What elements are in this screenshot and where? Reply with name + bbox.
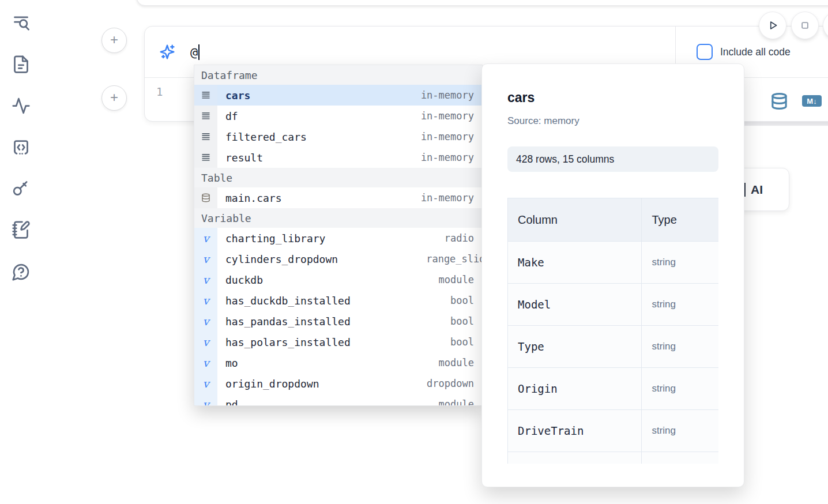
include-all-code-checkbox[interactable] xyxy=(697,44,713,60)
column-name: Origin xyxy=(508,368,642,410)
column-name: Model xyxy=(508,284,642,326)
item-type: bool xyxy=(450,295,482,306)
ai-prompt-input[interactable]: @ xyxy=(190,44,675,60)
preview-source: Source: memory xyxy=(507,115,718,127)
sidebar xyxy=(0,0,42,504)
schema-row: Typestring xyxy=(508,326,719,368)
item-type: in-memory xyxy=(421,152,482,163)
autocomplete-section-header: Variable xyxy=(194,208,482,228)
item-type: module xyxy=(439,398,482,406)
column-type: string xyxy=(642,368,718,410)
schema-row: Makestring xyxy=(508,242,719,284)
dataframe-icon xyxy=(194,106,217,126)
marimo-notebook: @ Include all code 1 M↓ AI + + Dataframe… xyxy=(0,0,828,504)
prompt-text: @ xyxy=(190,45,198,59)
preview-title: cars xyxy=(507,90,718,106)
add-cell-above-button[interactable]: + xyxy=(101,28,127,53)
column-type: string xyxy=(642,326,718,368)
item-name: pd xyxy=(225,398,238,407)
scratchpad-icon[interactable] xyxy=(10,219,32,240)
autocomplete-item-df[interactable]: dfin-memory xyxy=(194,106,482,126)
table-icon xyxy=(194,187,217,208)
stop-icon xyxy=(797,18,812,33)
column-type: string xyxy=(642,284,718,326)
item-type: in-memory xyxy=(421,110,482,122)
run-cell-button[interactable] xyxy=(759,12,786,39)
item-type: module xyxy=(439,357,482,368)
autocomplete-item-cylinders_dropdown[interactable]: vcylinders_dropdownrange_slider xyxy=(194,249,482,269)
autocomplete-item-pd[interactable]: vpdmodule xyxy=(194,394,482,406)
autocomplete-item-mo[interactable]: vmomodule xyxy=(194,352,482,373)
autocomplete-item-duckdb[interactable]: vduckdbmodule xyxy=(194,269,482,290)
column-type: string xyxy=(642,242,718,284)
shape-badge: 428 rows, 15 columns xyxy=(507,146,718,172)
list-search-icon[interactable] xyxy=(10,12,32,33)
schema-header: Type xyxy=(642,198,718,242)
autocomplete-item-charting_library[interactable]: vcharting_libraryradio xyxy=(194,228,482,249)
autocomplete-item-cars[interactable]: carsin-memory xyxy=(194,85,482,106)
code-snippets-icon[interactable] xyxy=(10,136,32,158)
schema-row-partial xyxy=(508,452,719,464)
schema-row: Modelstring xyxy=(508,284,719,326)
activity-icon[interactable] xyxy=(10,95,32,116)
schema-row: Originstring xyxy=(508,368,719,410)
variable-icon: v xyxy=(194,311,217,332)
autocomplete-item-filtered_cars[interactable]: filtered_carsin-memory xyxy=(194,126,482,147)
generate-ai-label: AI xyxy=(743,183,763,197)
item-name: has_duckdb_installed xyxy=(225,295,351,307)
dataframe-icon xyxy=(194,85,217,106)
autocomplete-item-has_pandas_installed[interactable]: vhas_pandas_installedbool xyxy=(194,311,482,332)
item-name: mo xyxy=(225,357,238,369)
dataframe-icon xyxy=(194,126,217,147)
schema-table-wrap: ColumnType MakestringModelstringTypestri… xyxy=(507,198,718,464)
item-type: in-memory xyxy=(421,192,482,204)
help-chat-icon[interactable] xyxy=(10,261,32,283)
previous-cell-edge xyxy=(137,0,828,6)
column-name: DriveTrain xyxy=(508,410,642,452)
schema-row: DriveTrainstring xyxy=(508,410,719,452)
item-type: radio xyxy=(445,232,482,244)
variable-icon: v xyxy=(194,228,217,249)
item-name: cars xyxy=(225,89,250,101)
markdown-toggle-icon[interactable]: M↓ xyxy=(802,95,822,107)
item-name: filtered_cars xyxy=(225,131,307,143)
stop-button[interactable] xyxy=(792,12,818,39)
variable-icon: v xyxy=(194,373,217,394)
autocomplete-item-result[interactable]: resultin-memory xyxy=(194,147,482,168)
item-name: origin_dropdown xyxy=(225,378,319,390)
file-text-icon[interactable] xyxy=(10,53,32,75)
key-icon[interactable] xyxy=(10,177,32,199)
add-cell-below-button[interactable]: + xyxy=(101,85,127,111)
column-name: Make xyxy=(508,242,642,284)
item-type: bool xyxy=(450,315,482,327)
autocomplete-section-header: Dataframe xyxy=(194,65,482,85)
dataframe-icon xyxy=(194,147,217,168)
autocomplete-item-origin_dropdown[interactable]: vorigin_dropdowndropdown xyxy=(194,373,482,394)
variable-icon: v xyxy=(194,394,217,406)
line-number: 1 xyxy=(156,85,163,98)
autocomplete-item-main.cars[interactable]: main.carsin-memory xyxy=(194,187,482,208)
include-all-code-label: Include all code xyxy=(720,46,791,58)
item-name: has_polars_installed xyxy=(225,336,351,348)
schema-table: ColumnType MakestringModelstringTypestri… xyxy=(507,198,718,464)
item-type: in-memory xyxy=(421,89,482,101)
schema-header: Column xyxy=(508,198,642,242)
variable-icon: v xyxy=(194,249,217,269)
variable-icon: v xyxy=(194,332,217,352)
item-type: bool xyxy=(450,336,482,348)
item-name: result xyxy=(225,152,263,164)
item-name: charting_library xyxy=(225,232,325,245)
item-type: range_slider xyxy=(426,253,483,265)
autocomplete-item-has_duckdb_installed[interactable]: vhas_duckdb_installedbool xyxy=(194,290,482,311)
item-name: main.cars xyxy=(225,192,282,204)
autocomplete-popup: Dataframecarsin-memorydfin-memoryfiltere… xyxy=(194,65,483,406)
item-name: duckdb xyxy=(225,274,263,286)
autocomplete-item-has_polars_installed[interactable]: vhas_polars_installedbool xyxy=(194,332,482,352)
item-type: in-memory xyxy=(421,131,482,142)
item-type: dropdown xyxy=(427,378,482,389)
item-name: cylinders_dropdown xyxy=(225,253,338,265)
datasource-icon[interactable] xyxy=(770,91,788,111)
variable-icon: v xyxy=(194,269,217,290)
text-cursor xyxy=(198,44,200,60)
column-type: string xyxy=(642,410,718,452)
